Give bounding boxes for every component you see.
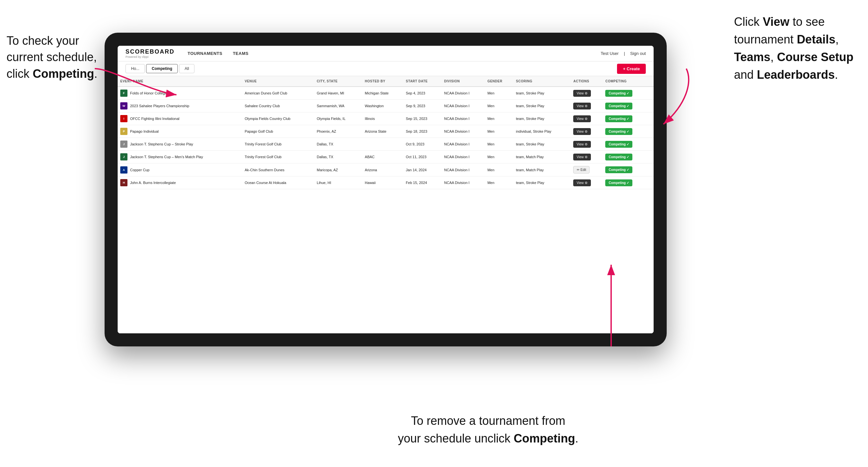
event-name: Copper Cup [130, 168, 149, 172]
scoring: team, Match Play [514, 163, 571, 177]
competing-cell: Competing ✓ [602, 87, 654, 100]
table-row: J Jackson T. Stephens Cup – Men's Match … [118, 151, 654, 163]
tablet-screen: SCOREBOARD Powered by clippi TOURNAMENTS… [118, 46, 654, 333]
logo-title: SCOREBOARD [125, 49, 175, 55]
actions-cell: ✏ Edit [570, 163, 602, 177]
sign-out-link[interactable]: Sign out [630, 51, 646, 56]
event-name: Folds of Honor Collegiate [130, 91, 170, 95]
competing-button[interactable]: Competing ✓ [605, 115, 632, 122]
event-cell: I OFCC Fighting Illini Invitational [120, 115, 240, 122]
event-name: Papago Individual [130, 129, 158, 133]
city-state: Olympia Fields, IL [314, 113, 362, 125]
team-logo: I [120, 115, 127, 122]
division: NCAA Division I [441, 151, 485, 163]
event-cell: H John A. Burns Intercollegiate [120, 179, 240, 186]
competing-button[interactable]: Competing ✓ [605, 179, 632, 186]
view-button[interactable]: View ⚙ [573, 90, 591, 97]
view-button[interactable]: View ⚙ [573, 103, 591, 110]
event-cell: W 2023 Sahalee Players Championship [120, 102, 240, 110]
nav-tournaments[interactable]: TOURNAMENTS [188, 51, 222, 56]
main-content: Ho... Competing All + Create EVENT NAME … [118, 61, 654, 333]
division: NCAA Division I [441, 138, 485, 151]
gender: Men [485, 125, 513, 138]
event-name: Jackson T. Stephens Cup – Stroke Play [130, 142, 193, 146]
division: NCAA Division I [441, 113, 485, 125]
competing-button[interactable]: Competing ✓ [605, 166, 632, 173]
city-state: Phoenix, AZ [314, 125, 362, 138]
team-logo: A [120, 166, 127, 174]
start-date: Sep 15, 2023 [403, 113, 441, 125]
tabs-bar: Ho... Competing All + Create [118, 61, 654, 76]
annotation-top-right: Click View to see tournament Details, Te… [734, 13, 858, 84]
tab-competing[interactable]: Competing [146, 64, 178, 73]
tab-home[interactable]: Ho... [125, 64, 145, 73]
view-button[interactable]: View ⚙ [573, 154, 591, 160]
competing-cell: Competing ✓ [602, 138, 654, 151]
actions-cell: View ⚙ [570, 138, 602, 151]
actions-cell: View ⚙ [570, 113, 602, 125]
competing-button[interactable]: Competing ✓ [605, 128, 632, 135]
tab-all[interactable]: All [179, 64, 194, 73]
gender: Men [485, 138, 513, 151]
scoring: individual, Stroke Play [514, 125, 571, 138]
table-row: F Folds of Honor Collegiate American Dun… [118, 87, 654, 100]
edit-button[interactable]: ✏ Edit [573, 166, 590, 174]
competing-button[interactable]: Competing ✓ [605, 141, 632, 148]
city-state: Lihue, HI [314, 177, 362, 189]
annotation-left-text: To check your current schedule, click Co… [6, 34, 97, 81]
competing-cell: Competing ✓ [602, 177, 654, 189]
event-name: 2023 Sahalee Players Championship [130, 104, 189, 108]
hosted-by: Michigan State [362, 87, 403, 100]
competing-button[interactable]: Competing ✓ [605, 103, 632, 110]
city-state: Dallas, TX [314, 151, 362, 163]
scoring: team, Stroke Play [514, 113, 571, 125]
venue: Ak-Chin Southern Dunes [242, 163, 314, 177]
scoring: team, Stroke Play [514, 100, 571, 113]
user-label: Test User [601, 51, 619, 56]
city-state: Maricopa, AZ [314, 163, 362, 177]
actions-cell: View ⚙ [570, 125, 602, 138]
scoring: team, Match Play [514, 151, 571, 163]
venue: Olympia Fields Country Club [242, 113, 314, 125]
col-venue: VENUE [242, 76, 314, 87]
division: NCAA Division I [441, 163, 485, 177]
logo-sub: Powered by clippi [125, 55, 175, 59]
view-button[interactable]: View ⚙ [573, 128, 591, 135]
event-cell: J Jackson T. Stephens Cup – Stroke Play [120, 141, 240, 148]
tournaments-table: EVENT NAME VENUE CITY, STATE HOSTED BY S… [118, 76, 654, 189]
competing-cell: Competing ✓ [602, 125, 654, 138]
competing-button[interactable]: Competing ✓ [605, 154, 632, 160]
city-state: Dallas, TX [314, 138, 362, 151]
team-logo: F [120, 90, 127, 97]
venue: Trinity Forest Golf Club [242, 138, 314, 151]
view-button[interactable]: View ⚙ [573, 115, 591, 122]
scoring: team, Stroke Play [514, 138, 571, 151]
event-name: OFCC Fighting Illini Invitational [130, 117, 179, 121]
gender: Men [485, 163, 513, 177]
gender: Men [485, 151, 513, 163]
division: NCAA Division I [441, 125, 485, 138]
competing-button[interactable]: Competing ✓ [605, 90, 632, 97]
col-hosted-by: HOSTED BY [362, 76, 403, 87]
gender: Men [485, 87, 513, 100]
header-left: SCOREBOARD Powered by clippi TOURNAMENTS… [125, 49, 248, 59]
venue: Trinity Forest Golf Club [242, 151, 314, 163]
col-competing: COMPETING [602, 76, 654, 87]
gender: Men [485, 100, 513, 113]
hosted-by: ABAC [362, 151, 403, 163]
hosted-by: Illinois [362, 113, 403, 125]
gender: Men [485, 177, 513, 189]
city-state: Sammamish, WA [314, 100, 362, 113]
team-logo: P [120, 128, 127, 135]
view-button[interactable]: View ⚙ [573, 179, 591, 186]
nav-teams[interactable]: TEAMS [233, 51, 248, 56]
hosted-by: Arizona [362, 163, 403, 177]
annotation-left: To check your current schedule, click Co… [6, 33, 98, 82]
nav-links: TOURNAMENTS TEAMS [188, 51, 248, 56]
start-date: Sep 18, 2023 [403, 125, 441, 138]
table-row: A Copper Cup Ak-Chin Southern DunesMaric… [118, 163, 654, 177]
view-button[interactable]: View ⚙ [573, 141, 591, 148]
actions-cell: View ⚙ [570, 87, 602, 100]
create-button[interactable]: + Create [617, 64, 646, 74]
table-row: W 2023 Sahalee Players Championship Saha… [118, 100, 654, 113]
